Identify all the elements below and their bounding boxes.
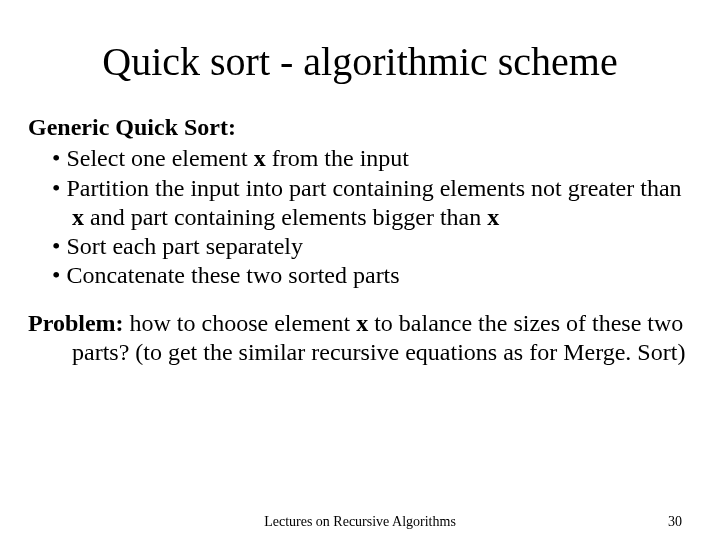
text: from the input <box>266 145 409 171</box>
list-item: Partition the input into part containing… <box>28 174 692 233</box>
text: and part containing elements bigger than <box>84 204 487 230</box>
variable-x: x <box>72 204 84 230</box>
variable-x: x <box>487 204 499 230</box>
text: how to choose element <box>124 310 357 336</box>
slide-title: Quick sort - algorithmic scheme <box>28 38 692 85</box>
slide: Quick sort - algorithmic scheme Generic … <box>0 0 720 540</box>
page-number: 30 <box>668 514 682 530</box>
problem-paragraph: Problem: how to choose element x to bala… <box>28 309 692 368</box>
text: Partition the input into part containing… <box>66 175 681 201</box>
list-item: Select one element x from the input <box>28 144 692 173</box>
problem-label: Problem: <box>28 310 124 336</box>
text: Select one element <box>66 145 253 171</box>
bullet-list: Select one element x from the input Part… <box>28 144 692 290</box>
variable-x: x <box>254 145 266 171</box>
subheading: Generic Quick Sort: <box>28 113 692 142</box>
list-item: Sort each part separately <box>28 232 692 261</box>
variable-x: x <box>356 310 368 336</box>
slide-body: Generic Quick Sort: Select one element x… <box>28 113 692 367</box>
list-item: Concatenate these two sorted parts <box>28 261 692 290</box>
footer-center-text: Lectures on Recursive Algorithms <box>0 514 720 530</box>
